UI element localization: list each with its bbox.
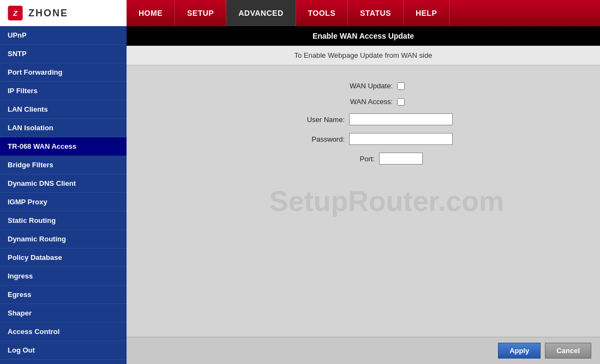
port-input[interactable] — [379, 153, 423, 165]
logo-area: Z ZHONE — [0, 0, 127, 26]
wan-update-label: WAN Update: — [322, 82, 393, 90]
content-body: SetupRouter.com WAN Update: WAN Access: … — [127, 65, 600, 337]
sidebar-item-igmp-proxy[interactable]: IGMP Proxy — [0, 193, 127, 211]
sidebar: UPnPSNTPPort ForwardingIP FiltersLAN Cli… — [0, 26, 127, 364]
content-footer: Apply Cancel — [127, 337, 600, 364]
form-container: WAN Update: WAN Access: User Name: Passw… — [148, 82, 578, 165]
password-label: Password: — [274, 135, 345, 143]
user-name-input[interactable] — [349, 113, 453, 125]
nav-bar: HOMESETUPADVANCEDTOOLSSTATUSHELP — [127, 0, 600, 26]
sidebar-item-ingress[interactable]: Ingress — [0, 267, 127, 286]
wan-update-checkbox[interactable] — [397, 82, 405, 90]
sidebar-item-access-control[interactable]: Access Control — [0, 323, 127, 341]
sidebar-item-dynamic-dns-client[interactable]: Dynamic DNS Client — [0, 174, 127, 193]
svg-text:Z: Z — [13, 9, 18, 17]
content-subtitle: To Enable Webpage Update from WAN side — [127, 46, 600, 65]
sidebar-item-shaper[interactable]: Shaper — [0, 304, 127, 323]
nav-item-help[interactable]: HELP — [404, 0, 449, 26]
watermark: SetupRouter.com — [269, 185, 505, 217]
content-area: Enable WAN Access Update To Enable Webpa… — [127, 26, 600, 364]
sidebar-item-tr-068-wan-access[interactable]: TR-068 WAN Access — [0, 137, 127, 156]
wan-access-row: WAN Access: — [148, 98, 578, 106]
sidebar-item-egress[interactable]: Egress — [0, 286, 127, 304]
user-name-label: User Name: — [274, 116, 345, 124]
port-row: Port: — [148, 153, 578, 165]
apply-button[interactable]: Apply — [498, 343, 541, 359]
sidebar-item-log-out[interactable]: Log Out — [0, 341, 127, 360]
sidebar-item-ip-filters[interactable]: IP Filters — [0, 82, 127, 100]
brand-name: ZHONE — [28, 8, 68, 19]
sidebar-item-bridge-filters[interactable]: Bridge Filters — [0, 156, 127, 174]
sidebar-item-lan-clients[interactable]: LAN Clients — [0, 100, 127, 119]
sidebar-item-upnp[interactable]: UPnP — [0, 26, 127, 45]
top-bar: Z ZHONE HOMESETUPADVANCEDTOOLSSTATUSHELP — [0, 0, 600, 26]
nav-item-advanced[interactable]: ADVANCED — [226, 0, 296, 26]
port-label: Port: — [304, 155, 375, 163]
password-row: Password: — [148, 133, 578, 145]
password-input[interactable] — [349, 133, 453, 145]
content-header: Enable WAN Access Update — [127, 26, 600, 46]
nav-item-status[interactable]: STATUS — [348, 0, 404, 26]
wan-update-row: WAN Update: — [148, 82, 578, 90]
nav-item-setup[interactable]: SETUP — [175, 0, 226, 26]
user-name-row: User Name: — [148, 113, 578, 125]
cancel-button[interactable]: Cancel — [545, 343, 591, 359]
wan-access-checkbox[interactable] — [397, 98, 405, 106]
sidebar-item-lan-isolation[interactable]: LAN Isolation — [0, 119, 127, 137]
zhone-logo-icon: Z — [7, 4, 24, 22]
wan-access-label: WAN Access: — [322, 98, 393, 106]
sidebar-item-sntp[interactable]: SNTP — [0, 45, 127, 63]
sidebar-item-port-forwarding[interactable]: Port Forwarding — [0, 63, 127, 82]
nav-item-tools[interactable]: TOOLS — [296, 0, 348, 26]
nav-item-home[interactable]: HOME — [127, 0, 175, 26]
sidebar-item-policy-database[interactable]: Policy Database — [0, 248, 127, 267]
sidebar-item-dynamic-routing[interactable]: Dynamic Routing — [0, 230, 127, 248]
sidebar-item-static-routing[interactable]: Static Routing — [0, 211, 127, 230]
main-layout: UPnPSNTPPort ForwardingIP FiltersLAN Cli… — [0, 26, 600, 364]
